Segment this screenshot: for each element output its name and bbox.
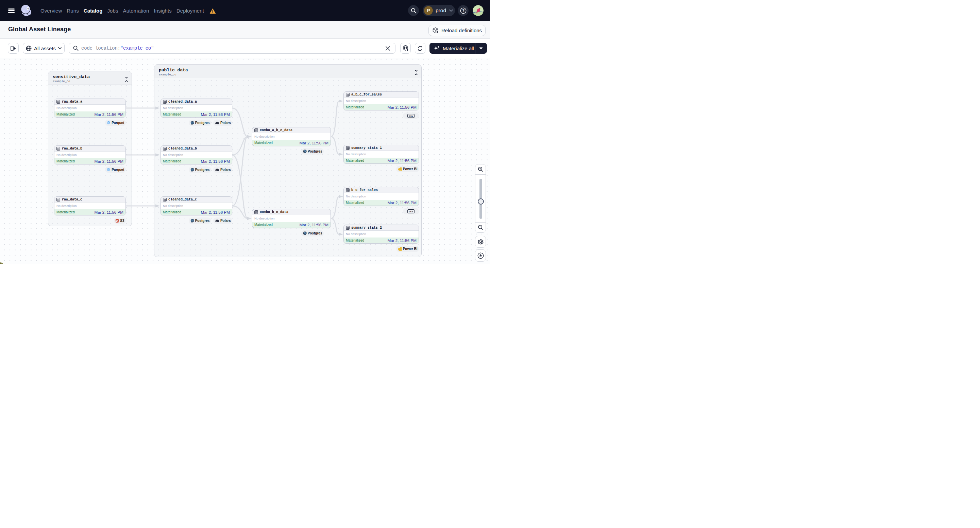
svg-text:csv: csv [409, 209, 413, 213]
svg-text:?: ? [462, 8, 465, 13]
svg-text:csv: csv [409, 114, 413, 117]
